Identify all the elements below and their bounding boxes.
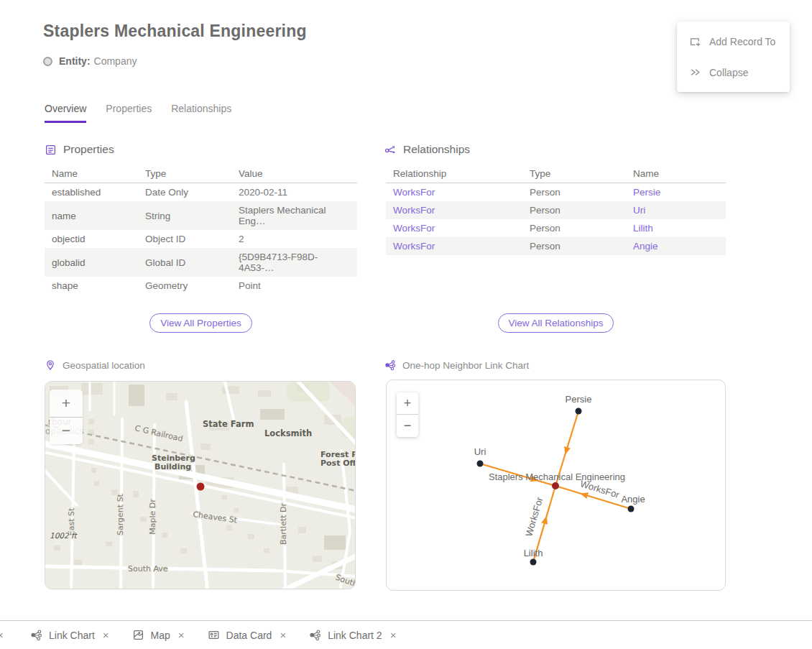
table-row: WorksForPersonAngie — [386, 237, 726, 255]
geospatial-section-title: Geospatial location — [63, 360, 145, 371]
cell-link[interactable]: WorksFor — [386, 183, 522, 202]
entity-type-icon — [43, 57, 52, 66]
add-record-icon — [689, 35, 701, 47]
link-chart-icon — [30, 629, 42, 641]
rel-table: RelationshipTypeNameWorksForPersonPersie… — [386, 165, 726, 255]
cell: globalid — [45, 248, 138, 277]
view-tab-map[interactable]: Map× — [132, 629, 185, 641]
view-all-properties-button[interactable]: View All Properties — [149, 313, 252, 333]
cell-link[interactable]: Angie — [626, 237, 726, 255]
node-label: Uri — [474, 446, 486, 457]
tab-relationships[interactable]: Relationships — [171, 103, 231, 123]
map-canvas: rbouropaedicsC G RailroadState FarmLocks… — [45, 382, 356, 589]
properties-section-header: Properties — [45, 143, 114, 156]
cell: Global ID — [138, 248, 231, 277]
geospatial-section-header: Geospatial location — [45, 359, 145, 371]
node-persie[interactable] — [576, 408, 582, 415]
cell: Object ID — [138, 230, 231, 248]
node-angie[interactable] — [628, 506, 635, 512]
menu-item-label: Collapse — [709, 67, 748, 78]
view-tab-label: Link Chart 2 — [328, 630, 382, 641]
node-label: Angie — [621, 494, 645, 505]
map-zoom-in-button[interactable]: + — [50, 390, 83, 418]
chart-zoom-in-button[interactable]: + — [397, 392, 418, 415]
map-icon — [132, 629, 144, 641]
close-icon[interactable]: × — [0, 629, 7, 641]
cell: 2020-02-11 — [231, 183, 357, 202]
menu-item-label: Add Record To — [709, 36, 775, 47]
close-icon[interactable]: × — [178, 629, 185, 641]
props-table: NameTypeValueestablishedDate Only2020-02… — [45, 165, 357, 295]
view-all-relationships-button[interactable]: View All Relationships — [498, 313, 614, 333]
chart-zoom-out-button[interactable]: − — [397, 415, 418, 437]
column-header: Name — [626, 165, 726, 183]
menu-item-add-record-to[interactable]: Add Record To — [677, 26, 790, 57]
cell: String — [138, 201, 231, 230]
close-icon[interactable]: × — [280, 629, 286, 641]
column-header: Type — [522, 165, 626, 183]
node-uri[interactable] — [477, 461, 484, 467]
cell: name — [45, 201, 138, 230]
relationships-table: RelationshipTypeNameWorksForPersonPersie… — [386, 165, 726, 255]
cell-link[interactable]: WorksFor — [386, 237, 522, 255]
bottom-tab-bar: × Link Chart×Map×Data Card×Link Chart 2× — [0, 620, 812, 649]
cell-link[interactable]: Persie — [626, 183, 726, 202]
cell: Geometry — [138, 277, 231, 295]
properties-table: NameTypeValueestablishedDate Only2020-02… — [45, 165, 357, 295]
link-chart-canvas: WorksForWorksForPersieUriAngieLilithStap… — [387, 380, 726, 591]
entity-value: Company — [94, 55, 137, 67]
cell-link[interactable]: WorksFor — [386, 201, 522, 219]
cell: objectid — [45, 230, 138, 248]
edge-arrow-icon — [541, 516, 548, 525]
view-tab-data-card[interactable]: Data Card× — [208, 629, 287, 641]
node-label: Lilith — [524, 548, 543, 558]
column-header: Name — [45, 165, 138, 183]
map-label: Locksmith — [264, 428, 312, 438]
page-title: Staplers Mechanical Engineering — [43, 22, 307, 41]
node-lilith[interactable] — [530, 559, 537, 566]
cell: established — [45, 183, 138, 202]
entity-row: Entity: Company — [43, 55, 137, 67]
node-label: Persie — [566, 394, 592, 405]
one-hop-link-chart[interactable]: WorksForWorksForPersieUriAngieLilithStap… — [386, 379, 726, 591]
map-pin-icon — [45, 359, 56, 371]
relationships-icon — [384, 144, 397, 156]
view-tab-label: Map — [151, 630, 170, 641]
map-zoom-control: + − — [50, 390, 83, 444]
geospatial-map[interactable]: rbouropaedicsC G RailroadState FarmLocks… — [45, 381, 356, 589]
cell-link[interactable]: WorksFor — [386, 219, 522, 237]
map-label: State Farm — [203, 419, 254, 429]
view-tab-link-chart[interactable]: Link Chart× — [30, 629, 109, 641]
map-marker[interactable] — [197, 483, 205, 491]
tab-properties[interactable]: Properties — [106, 103, 152, 123]
edge-arrow-icon — [564, 446, 571, 455]
relationships-section-title: Relationships — [403, 143, 470, 156]
cell: Person — [522, 219, 626, 237]
cell: Date Only — [138, 183, 231, 202]
link-chart-icon — [384, 359, 396, 371]
cell: Point — [231, 277, 357, 295]
data-card-icon — [208, 629, 220, 641]
table-row: globalidGlobal ID{5D9B4713-F98D-4A53-… — [45, 248, 357, 277]
cell: Person — [522, 183, 626, 202]
node-center[interactable] — [552, 482, 559, 489]
edge-arrow-icon — [580, 492, 589, 499]
menu-item-collapse[interactable]: Collapse — [677, 57, 790, 88]
collapse-icon — [689, 66, 701, 78]
view-tab-link-chart-2[interactable]: Link Chart 2× — [309, 629, 396, 641]
column-header: Type — [138, 165, 231, 183]
map-label: Building — [154, 462, 191, 471]
cell-link[interactable]: Lilith — [626, 219, 726, 237]
close-icon[interactable]: × — [103, 629, 109, 641]
tab-overview[interactable]: Overview — [45, 103, 86, 123]
link-chart-section-title: One-hop Neighbor Link Chart — [402, 360, 529, 371]
view-tab-label: Data Card — [226, 630, 272, 641]
map-label: South Ave — [128, 564, 168, 574]
close-icon[interactable]: × — [390, 629, 397, 641]
map-zoom-out-button[interactable]: − — [50, 418, 83, 445]
cell-link[interactable]: Uri — [626, 201, 726, 219]
properties-icon — [45, 144, 57, 156]
map-label: Bartlett Dr — [279, 502, 288, 545]
cell: {5D9B4713-F98D-4A53-… — [231, 248, 357, 277]
view-tab-label: Link Chart — [49, 630, 95, 641]
